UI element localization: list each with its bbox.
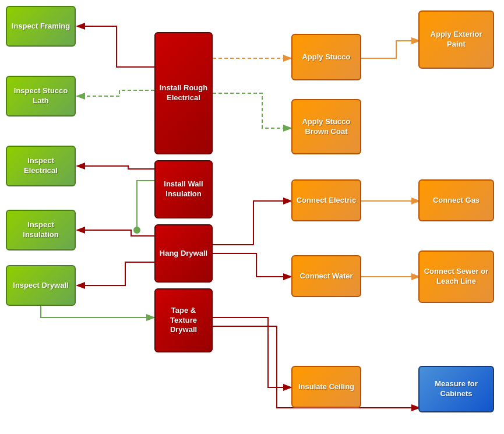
inspect-framing-node[interactable]: Inspect Framing <box>6 6 76 47</box>
inspect-electrical-node[interactable]: Inspect Electrical <box>6 146 76 186</box>
connect-water-node[interactable]: Connect Water <box>291 255 361 297</box>
inspect-drywall-node[interactable]: Inspect Drywall <box>6 265 76 306</box>
tape-texture-drywall-node[interactable]: Tape & Texture Drywall <box>154 288 213 352</box>
install-rough-electrical-node[interactable]: Install Rough Electrical <box>154 32 213 154</box>
inspect-stucco-lath-node[interactable]: Inspect Stucco Lath <box>6 76 76 117</box>
insulate-ceiling-node[interactable]: Insulate Ceiling <box>291 366 361 408</box>
diagram: Inspect Framing Inspect Stucco Lath Insp… <box>0 0 504 434</box>
apply-exterior-paint-node[interactable]: Apply Exterior Paint <box>418 10 494 69</box>
install-wall-insulation-node[interactable]: Install Wall Insulation <box>154 160 213 218</box>
connect-sewer-node[interactable]: Connect Sewer or Leach Line <box>418 250 494 303</box>
measure-cabinets-node[interactable]: Measure for Cabinets <box>418 366 494 412</box>
inspect-insulation-node[interactable]: Inspect Insulation <box>6 210 76 250</box>
connect-gas-node[interactable]: Connect Gas <box>418 179 494 221</box>
connect-electric-node[interactable]: Connect Electric <box>291 179 361 221</box>
apply-stucco-node[interactable]: Apply Stucco <box>291 34 361 80</box>
apply-stucco-brown-node[interactable]: Apply Stucco Brown Coat <box>291 99 361 154</box>
hang-drywall-node[interactable]: Hang Drywall <box>154 224 213 283</box>
